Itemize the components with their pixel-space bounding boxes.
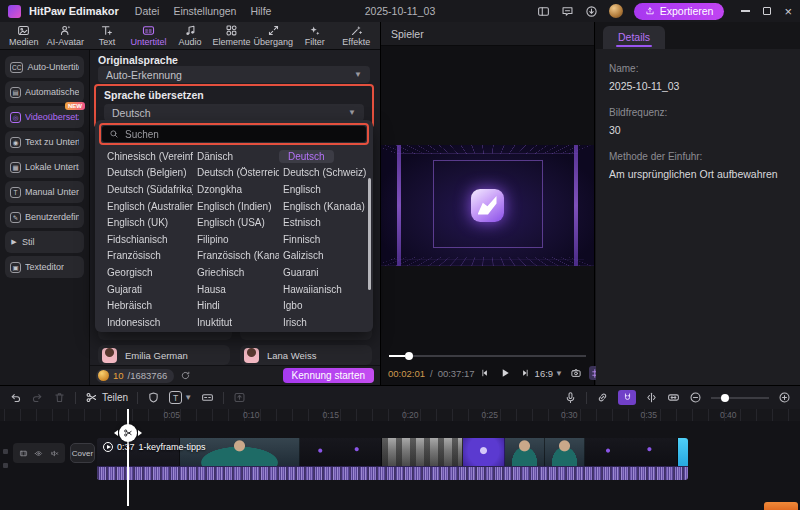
language-option[interactable]: Englisch xyxy=(279,183,325,196)
playhead-scissors-handle[interactable] xyxy=(119,424,137,442)
film-track-icon[interactable] xyxy=(19,449,28,458)
mute-speaker-icon[interactable] xyxy=(50,449,59,458)
zoom-out-icon[interactable] xyxy=(689,391,702,404)
fit-timeline-icon[interactable] xyxy=(667,391,680,404)
tab-text[interactable]: Text xyxy=(86,24,128,47)
tab-effekte[interactable]: Effekte xyxy=(336,24,378,47)
language-option[interactable]: Englisch (Kanada) xyxy=(279,200,369,213)
language-option[interactable]: Indonesisch xyxy=(103,316,164,329)
previous-frame-icon[interactable] xyxy=(480,368,490,378)
sidebar-item-automatische[interactable]: ▤ Automatische ... xyxy=(5,81,84,103)
target-language-select[interactable]: Deutsch ▼ xyxy=(104,104,364,121)
menu-einstellungen[interactable]: Einstellungen xyxy=(173,5,236,17)
tab-audio[interactable]: Audio xyxy=(169,24,211,47)
language-option[interactable]: Estnisch xyxy=(279,216,325,229)
menu-hilfe[interactable]: Hilfe xyxy=(250,5,271,17)
sidebar-item-videouebersetzer[interactable]: ◎ Videoübersetzer NEW xyxy=(5,106,84,128)
tab-elemente[interactable]: Elemente xyxy=(211,24,253,47)
language-option[interactable]: Deutsch (Belgien) xyxy=(103,166,190,179)
shield-icon[interactable] xyxy=(147,391,160,404)
language-option[interactable]: Irisch xyxy=(279,316,311,329)
sidebar-item-manual-untertitel[interactable]: T Manual Unter... xyxy=(5,181,84,203)
voice-card[interactable]: Lana Weiss xyxy=(240,345,372,365)
split-view-icon[interactable] xyxy=(645,391,658,404)
minimize-icon[interactable] xyxy=(741,10,750,12)
seek-handle[interactable] xyxy=(405,352,413,360)
video-clip[interactable]: 0:37 1-keyframe-tipps xyxy=(97,438,688,480)
sidebar-item-stil[interactable]: ▶ Stil xyxy=(5,231,84,253)
language-option[interactable]: Hebräisch xyxy=(103,299,156,312)
tab-untertitel[interactable]: Untertitel xyxy=(128,24,170,47)
microphone-icon[interactable] xyxy=(564,391,577,404)
language-option[interactable]: Finnisch xyxy=(279,233,324,246)
language-option[interactable]: Englisch (USA) xyxy=(193,216,269,229)
sidebar-item-benutzerdefiniert[interactable]: ✎ Benutzerdefini... xyxy=(5,206,84,228)
language-option[interactable]: Dzongkha xyxy=(193,183,246,196)
play-icon[interactable] xyxy=(499,367,511,379)
track-side-buttons[interactable] xyxy=(1,445,10,499)
next-frame-icon[interactable] xyxy=(520,368,530,378)
language-option[interactable]: Hindi xyxy=(193,299,224,312)
snapshot-camera-icon[interactable] xyxy=(570,367,582,379)
voice-card[interactable]: Emilia German xyxy=(98,345,230,365)
video-preview[interactable] xyxy=(381,145,594,266)
refresh-icon[interactable] xyxy=(180,370,191,381)
search-input[interactable]: Suchen xyxy=(102,126,366,142)
redo-icon[interactable] xyxy=(31,391,44,404)
user-avatar[interactable] xyxy=(609,4,623,18)
language-option[interactable]: Deutsch (Schweiz) xyxy=(279,166,369,179)
language-option[interactable]: Englisch (UK) xyxy=(103,216,172,229)
language-option[interactable]: Französisch xyxy=(103,249,165,262)
tab-filter[interactable]: Filter xyxy=(294,24,336,47)
sidebar-item-texteditor[interactable]: ▣ Texteditor xyxy=(5,256,84,278)
source-language-select[interactable]: Auto-Erkennung ▼ xyxy=(98,66,370,83)
menu-datei[interactable]: Datei xyxy=(135,5,160,17)
scrollbar[interactable] xyxy=(368,178,371,290)
start-recognition-button[interactable]: Kennung starten xyxy=(283,368,374,383)
tab-medien[interactable]: Medien xyxy=(3,24,45,47)
language-option[interactable]: Inuktitut xyxy=(193,316,236,329)
language-option[interactable]: Deutsch xyxy=(279,150,334,163)
language-option[interactable]: Englisch (Indien) xyxy=(193,200,275,213)
language-option[interactable]: Filipino xyxy=(193,233,233,246)
text-track-button[interactable]: T▼ xyxy=(169,391,192,404)
download-icon[interactable] xyxy=(585,5,598,18)
language-option[interactable]: Igbo xyxy=(279,299,306,312)
maximize-icon[interactable] xyxy=(763,7,771,15)
zoom-slider[interactable] xyxy=(711,397,769,399)
language-option[interactable]: Guarani xyxy=(279,266,323,279)
language-option[interactable]: Hausa xyxy=(193,283,230,296)
language-option[interactable]: Deutsch (Österreich) xyxy=(193,166,279,179)
clear-subtitle-icon[interactable] xyxy=(201,391,214,404)
layout-icon[interactable] xyxy=(537,5,550,18)
export-tray-icon[interactable] xyxy=(233,391,246,404)
language-option[interactable]: Dänisch xyxy=(193,150,237,163)
timeline-ruler[interactable]: 0:050:100:150:200:250:300:350:40 xyxy=(0,409,800,421)
close-icon[interactable]: × xyxy=(784,5,792,18)
eye-icon[interactable] xyxy=(34,449,43,458)
link-icon[interactable] xyxy=(596,391,609,404)
tab-ai-avatar[interactable]: AI-Avatar xyxy=(45,24,87,47)
magnet-snap-icon[interactable] xyxy=(618,390,636,405)
language-option[interactable]: Französisch (Kanada) xyxy=(193,249,279,262)
language-option[interactable]: Deutsch (Südafrika) xyxy=(103,183,193,196)
export-button[interactable]: Exportieren xyxy=(634,3,725,20)
sidebar-item-auto-untertitel[interactable]: CC Auto-Untertitel xyxy=(5,56,84,78)
split-button[interactable]: Teilen xyxy=(85,391,128,404)
feedback-icon[interactable] xyxy=(561,5,574,18)
language-option[interactable]: Chinesisch (Vereinfa... xyxy=(103,150,193,163)
undo-icon[interactable] xyxy=(9,391,22,404)
tab-details[interactable]: Details xyxy=(603,26,665,49)
language-option[interactable]: Fidschianisch xyxy=(103,233,172,246)
zoom-in-icon[interactable] xyxy=(778,391,791,404)
zoom-slider-handle[interactable] xyxy=(721,394,729,402)
tab-uebergang[interactable]: Übergang xyxy=(252,24,294,47)
language-option[interactable]: Hawaiianisch xyxy=(279,283,346,296)
language-option[interactable]: Galizisch xyxy=(279,249,328,262)
trash-icon[interactable] xyxy=(53,391,66,404)
seek-bar[interactable] xyxy=(389,355,586,357)
language-option[interactable]: Georgisch xyxy=(103,266,157,279)
cover-button[interactable]: Cover xyxy=(70,443,95,463)
sidebar-item-lokale-untertitel[interactable]: ▦ Lokale Unterti... xyxy=(5,156,84,178)
language-option[interactable]: Griechisch xyxy=(193,266,248,279)
